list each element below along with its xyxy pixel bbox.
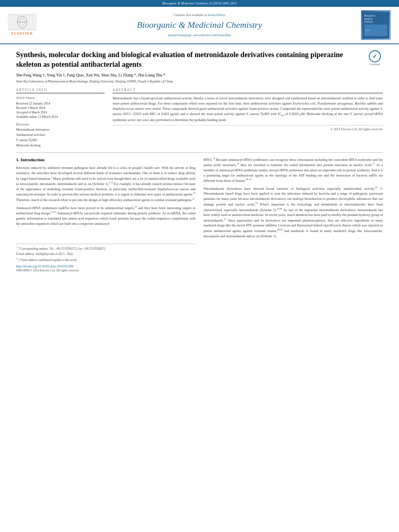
intro-paragraph-1: Infections induced by antibiotic-resista…: [16, 165, 195, 203]
crossmark-badge[interactable]: ✓ CrossMark: [367, 50, 383, 66]
keywords-label: Keywords:: [16, 122, 105, 127]
body-left-column: 1. Introduction Infections induced by an…: [16, 157, 195, 273]
accepted-date: Accepted 4 March 2014: [16, 110, 105, 115]
elsevier-logo-image: [8, 14, 36, 30]
intro-paragraph-4: Nitroimidazole derivatives have showed b…: [204, 186, 383, 239]
introduction-heading: 1. Introduction: [16, 157, 195, 163]
cover-image: Bioorganic & Medicinal Chemistry Vol 22: [361, 10, 391, 40]
elsevier-logo: ELSEVIER: [6, 14, 38, 36]
sciencedirect-note: Contents lists available at ScienceDirec…: [46, 13, 353, 17]
article-container: Synthesis, molecular docking and biologi…: [0, 44, 399, 279]
keyword-1: Metronidazole derivatives: [16, 127, 105, 133]
elsevier-brand-label: ELSEVIER: [11, 31, 33, 36]
journal-title: Bioorganic & Medicinal Chemistry: [46, 19, 353, 31]
abstract-body: Metronidazole has a broad-spectrum antib…: [113, 96, 383, 122]
issn-line: 0968-0896/© 2014 Elsevier Ltd. All right…: [16, 269, 195, 273]
section-divider: [16, 152, 383, 153]
article-info-column: ARTICLE INFO Article history: Received 2…: [16, 88, 105, 148]
crossmark-icon: ✓: [369, 50, 381, 62]
elsevier-logo-section: ELSEVIER: [6, 14, 38, 36]
svg-text:Vol 22: Vol 22: [366, 30, 370, 31]
page: Bioorganic & Medicinal Chemistry 22 (201…: [0, 0, 399, 532]
received-date: Received 22 January 2014: [16, 101, 105, 106]
footnote-star: * * Corresponding authors. Tel.: +86 25 …: [16, 246, 195, 251]
doi-link[interactable]: http://dx.doi.org/10.1016/j.bmc.2014.03.…: [16, 264, 195, 269]
article-history-block: Article history: Received 22 January 201…: [16, 96, 105, 119]
keyword-3: S. aureus TyrRS: [16, 138, 105, 143]
keyword-4: Molecular docking: [16, 143, 105, 148]
body-content: 1. Introduction Infections induced by an…: [16, 157, 383, 273]
svg-text:Chemistry: Chemistry: [364, 21, 373, 23]
footnotes: * * Corresponding authors. Tel.: +86 25 …: [16, 246, 195, 262]
body-right-column: tRNA.15 Because aminoacyl-tRNA synthetas…: [204, 157, 383, 273]
footnote-email: E-mail address: zhuhl@nju.edu.cn (H.-L. …: [16, 252, 195, 256]
authors-text: She-Feng Wang †, Yong Yin †, Fang Qiao, …: [16, 73, 165, 77]
journal-citation-bar: Bioorganic & Medicinal Chemistry 22 (201…: [0, 0, 399, 7]
abstract-label: ABSTRACT: [113, 88, 383, 93]
abstract-column: ABSTRACT Metronidazole has a broad-spect…: [113, 88, 383, 148]
keyword-2: Antibacterial activities: [16, 133, 105, 138]
footnotes-section: * * Corresponding authors. Tel.: +86 25 …: [16, 228, 195, 273]
journal-header: ELSEVIER Contents lists available at Sci…: [0, 7, 399, 44]
article-title-section: Synthesis, molecular docking and biologi…: [16, 48, 383, 69]
sciencedirect-link[interactable]: ScienceDirect: [208, 13, 226, 17]
crossmark-label: CrossMark: [370, 63, 380, 66]
available-online-date: Available online 13 March 2014: [16, 115, 105, 119]
copyright-notice: © 2014 Elsevier Ltd. All rights reserved…: [113, 125, 383, 131]
footer-divider: [16, 244, 195, 244]
intro-paragraph-2: Aminoacyl-tRNA synthetases (aaRSs) have …: [16, 205, 195, 226]
journal-homepage: journal homepage: www.elsevier.com/locat…: [46, 33, 353, 37]
journal-citation-text: Bioorganic & Medicinal Chemistry 22 (201…: [162, 2, 237, 5]
intro-paragraph-3: tRNA.15 Because aminoacyl-tRNA synthetas…: [204, 157, 383, 183]
authors-line: She-Feng Wang †, Yong Yin †, Fang Qiao, …: [16, 72, 383, 78]
article-title: Synthesis, molecular docking and biologi…: [16, 50, 367, 69]
journal-header-center: Contents lists available at ScienceDirec…: [38, 13, 361, 37]
article-info-abstract-section: ARTICLE INFO Article history: Received 2…: [16, 88, 383, 148]
history-label: Article history:: [16, 96, 105, 100]
footnote-dagger: † † These authors contributed equally to…: [16, 257, 195, 262]
svg-text:Medicinal: Medicinal: [364, 18, 372, 20]
journal-cover-thumbnail: Bioorganic & Medicinal Chemistry Vol 22: [361, 10, 393, 40]
article-info-label: ARTICLE INFO: [16, 88, 105, 93]
revised-date: Revised 3 March 2014: [16, 106, 105, 110]
keywords-block: Keywords: Metronidazole derivatives Anti…: [16, 122, 105, 148]
affiliation-line: State Key Laboratory of Pharmaceutical B…: [16, 79, 383, 84]
svg-text:Bioorganic &: Bioorganic &: [364, 15, 376, 17]
